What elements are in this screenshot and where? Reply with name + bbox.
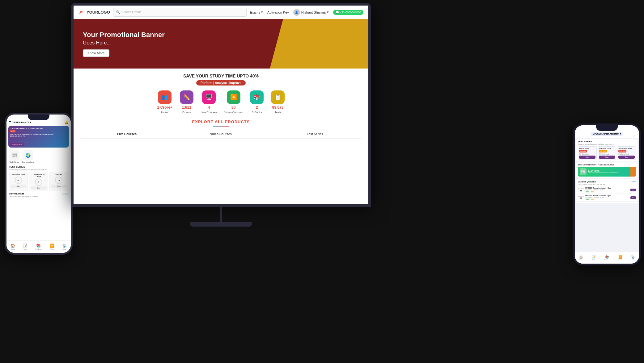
class-selector[interactable]: ☰ CBSE Class IX ∨ (9, 121, 32, 124)
quiz-item-0[interactable]: May 2024 29 UPSSSC Junior Assistant - Qu… (578, 186, 636, 194)
nav-live[interactable]: 📡 Live (62, 244, 67, 250)
banner-title: Your Promotional Banner (83, 31, 165, 39)
rp-bottom-nav: 🏠 Home 📝 Tests 📚 E-Library ▶️ Videos 📡 (575, 252, 639, 264)
live-courses-icon: 🖥️ (202, 90, 216, 104)
phone-notch-right (596, 125, 618, 131)
search-bar[interactable]: 🔍 Search Exams (113, 8, 247, 17)
exams-dropdown[interactable]: Exams ▾ (250, 10, 263, 14)
perform-badge: Perform | Analyse | Improve (196, 80, 246, 86)
english-card[interactable]: English ⊙ Start (49, 172, 68, 191)
quick-icons: 📰 Daily News 🌍 Current Affairs (6, 148, 71, 165)
whatsapp-icon: 💬 (336, 11, 339, 14)
logo-icon (78, 9, 85, 16)
nav-home[interactable]: 🏠 Home (11, 244, 15, 250)
rp-mock-tests[interactable]: Mock Tests ₹14 14% 0% Completed Start (578, 146, 597, 160)
phone-notch (28, 115, 49, 120)
stat-video-courses: ▶️ 80 Video Courses (224, 90, 243, 114)
tab-test-series[interactable]: Test Series (268, 130, 362, 138)
chapter-wise-card[interactable]: Chapter Wise Tests ⊙ Start (29, 172, 48, 191)
promo-banner: Your Promotional Banner Goes Here... Kno… (74, 19, 368, 69)
stat-ebooks: 📚 2 E-Books (250, 90, 264, 114)
stat-live-courses: 🖥️ 4 Live Courses (201, 90, 217, 114)
product-tabs: Live Courses Video Courses Test Series (80, 130, 362, 139)
video-courses-icon: ▶️ (227, 90, 240, 104)
rp-nav-videos[interactable]: ▶️ Videos (618, 255, 622, 261)
search-icon: 🔍 (116, 10, 120, 14)
navbar: YOURLOGO 🔍 Search Exams Exams ▾ Activati… (74, 6, 368, 19)
quiz-item-1[interactable]: May 2024 28 UPSSSC Junior Assistant - Qu… (578, 194, 636, 202)
website-content: YOURLOGO 🔍 Search Exams Exams ▾ Activati… (74, 6, 368, 204)
test-cards: Sectional Tests ⊙ Start Chapter Wise Tes… (6, 171, 71, 192)
phone-promo-banner: START LEARNING IN INTERACTIVE WAY LIVE C… (8, 126, 69, 148)
stats-grid: 👥 2 Crore+ Users ✏️ 1,611 Exams 🖥️ 4 Liv… (80, 90, 362, 114)
whatsapp-button[interactable]: 💬 +91-0000000000 (333, 10, 363, 15)
explore-title: EXPLORE ALL PRODUCTS (80, 119, 362, 124)
sectional-tests-card[interactable]: Sectional Tests ⊙ Start (9, 172, 28, 191)
tab-live-courses[interactable]: Live Courses (80, 130, 174, 138)
daily-news-icon: 📰 (580, 168, 587, 175)
save-heading: SAVE YOUR STUDY TIME UPTO 40% (80, 73, 362, 78)
chevron-down-icon: ▾ (261, 10, 263, 14)
rp-practice-tests[interactable]: Practice Tests ₹34 14% 0% Completed Star… (598, 146, 616, 160)
stat-tests: 📋 89,673 Tests (271, 90, 285, 114)
know-more-button[interactable]: Know More (83, 49, 109, 57)
test-series-subtitle: Complete preparation with latest exam pa… (6, 169, 71, 171)
rp-test-series: TEST SERIES Complete preparation as per … (576, 139, 638, 161)
activation-key-link[interactable]: Activation Key (267, 10, 289, 14)
left-phone: ☰ CBSE Class IX ∨ 🔔 START LEARNING IN IN… (5, 113, 73, 353)
test-series-title: TEST SERIES (6, 165, 71, 169)
nav-tests[interactable]: 📝 Tests (23, 244, 28, 250)
explore-underline (213, 126, 229, 127)
daily-news-item[interactable]: 📰 Daily News (9, 150, 19, 163)
right-phone: UPSSSC Junior Assistant ▾ ⋮ TEST SERIES … (573, 123, 641, 265)
explore-section: EXPLORE ALL PRODUCTS Live Courses Video … (74, 116, 368, 142)
stat-users: 👥 2 Crore+ Users (157, 90, 172, 114)
nav-videos[interactable]: ▶️ Videos (50, 244, 54, 250)
exams-icon: ✏️ (180, 90, 193, 104)
exam-selector[interactable]: UPSSSC Junior Assistant ▾ (591, 132, 622, 136)
orange-accent (630, 167, 636, 177)
avatar: 👤 (293, 9, 300, 16)
chevron-down-icon: ▾ (620, 133, 621, 135)
ebooks-icon: 📚 (250, 90, 264, 104)
user-chevron-icon: ▾ (327, 10, 329, 14)
banner-subtitle: Goes Here... (83, 40, 165, 46)
logo[interactable]: YOURLOGO (78, 9, 110, 16)
stats-section: SAVE YOUR STUDY TIME UPTO 40% Perform | … (74, 69, 368, 116)
banner-decoration (267, 19, 368, 69)
rp-quizzes: LATEST QUIZZES View All Quickly assess y… (576, 179, 638, 203)
daily-news-card[interactable]: 📰 DAILY NEWS DAILY POCKET OF NEWS FOR YO… (578, 167, 636, 177)
phone-bottom-nav: 🏠 Home 📝 Tests 📚 E-Library ▶️ Videos 📡 (6, 240, 71, 253)
current-affairs-section: Current Affairs View all (6, 192, 71, 196)
svg-marker-0 (79, 10, 84, 15)
rp-nav-tests[interactable]: 📝 Tests (592, 255, 595, 261)
rp-nav-live[interactable]: 📡 Live (631, 255, 635, 261)
enroll-button[interactable]: ENROLL NOW (10, 143, 24, 146)
rp-features: STAY UPDATED WITH THESE FEATURES 📰 DAILY… (576, 162, 638, 178)
users-icon: 👥 (158, 90, 172, 104)
desktop-monitor: YOURLOGO 🔍 Search Exams Exams ▾ Activati… (71, 3, 371, 265)
rp-test-cards: Mock Tests ₹14 14% 0% Completed Start Pr… (578, 146, 636, 160)
rp-sectional-tests[interactable]: Sectional Tests ₹21 18% 0% Completed Sta… (617, 146, 636, 160)
rp-nav-home[interactable]: 🏠 Home (579, 255, 583, 261)
current-affairs-item[interactable]: 🌍 Current Affairs (22, 150, 34, 163)
stat-exams: ✏️ 1,611 Exams (180, 90, 193, 114)
tests-icon: 📋 (271, 90, 285, 104)
tab-video-courses[interactable]: Video Courses (174, 130, 268, 138)
rp-nav-elibrary[interactable]: 📚 E-Library (604, 255, 609, 261)
user-menu[interactable]: 👤 Nishant Sharma ▾ (293, 9, 329, 16)
nav-elibrary[interactable]: 📚 E-Library (36, 244, 42, 250)
